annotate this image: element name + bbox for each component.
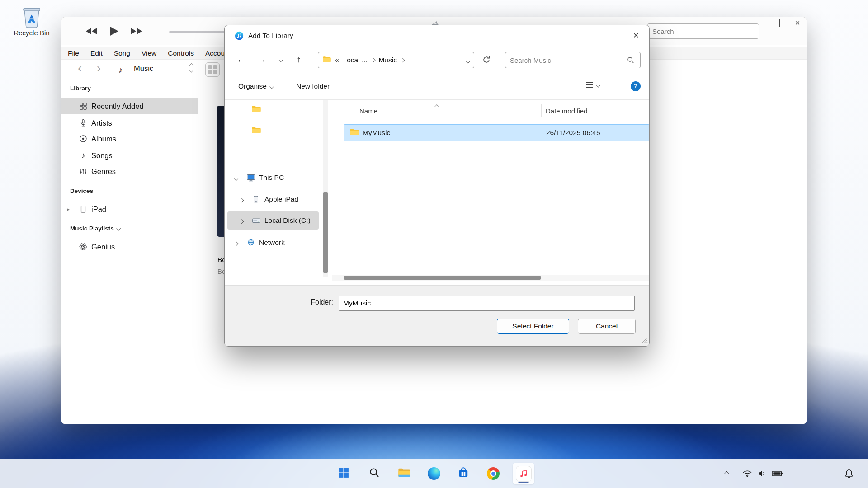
library-header: Library — [70, 85, 91, 92]
file-date-modified: 26/11/2025 06:45 — [546, 129, 600, 137]
dialog-search-input[interactable] — [505, 52, 641, 68]
tree-item-network[interactable]: Network — [227, 234, 319, 252]
refresh-icon[interactable] — [482, 56, 491, 66]
address-folder-icon — [323, 56, 331, 65]
column-divider[interactable] — [541, 104, 542, 117]
sidebar-item-recently-added[interactable]: Recently Added — [61, 98, 198, 114]
media-kind-stepper-icon[interactable] — [190, 64, 193, 71]
tree-folder-item[interactable] — [227, 122, 319, 140]
sidebar-item-songs[interactable]: ♪ Songs — [61, 147, 198, 164]
sidebar-item-genius[interactable]: Genius — [61, 239, 198, 255]
back-arrow-icon[interactable]: ← — [234, 52, 248, 67]
address-dropdown-icon[interactable] — [467, 56, 470, 64]
file-row-mymusic[interactable]: MyMusic 26/11/2025 06:45 — [344, 124, 649, 141]
dialog-close-icon[interactable]: × — [627, 29, 645, 42]
view-grid-icon[interactable] — [205, 62, 220, 77]
collapsed-crumbs[interactable]: « — [335, 56, 339, 64]
disclosure-triangle-icon[interactable]: ▸ — [67, 206, 70, 212]
sidebar-item-genres[interactable]: Genres — [61, 163, 198, 179]
menu-view[interactable]: View — [142, 49, 156, 57]
select-folder-button[interactable]: Select Folder — [497, 319, 569, 334]
recently-added-icon — [79, 102, 88, 111]
music-playlists-header[interactable]: Music Playlists — [70, 225, 120, 232]
itunes-search-input[interactable] — [646, 23, 760, 39]
this-pc-icon — [246, 174, 255, 182]
nav-back-icon[interactable]: ‹ — [78, 61, 82, 75]
tree-item-this-pc[interactable]: This PC — [227, 169, 319, 187]
new-folder-button[interactable]: New folder — [296, 82, 330, 90]
address-bar[interactable]: « Local ... Music — [318, 52, 474, 68]
sidebar-item-albums[interactable]: Albums — [61, 131, 198, 147]
file-explorer-button[interactable] — [393, 463, 415, 484]
chevron-right-icon[interactable] — [240, 216, 243, 225]
menu-file[interactable]: File — [68, 49, 79, 57]
organise-button[interactable]: Organise — [238, 82, 273, 90]
recent-locations-icon[interactable] — [274, 52, 288, 67]
list-horizontal-scrollbar[interactable] — [332, 275, 649, 281]
column-header-name[interactable]: Name — [359, 105, 377, 117]
list-horizontal-scrollbar-thumb[interactable] — [344, 276, 541, 280]
crumb-current[interactable]: Music — [378, 56, 396, 64]
tray-chevron-up-icon[interactable] — [721, 467, 732, 480]
folder-name-input[interactable] — [339, 296, 635, 311]
recycle-bin-icon — [13, 5, 51, 28]
folder-icon — [350, 128, 359, 137]
itunes-sidebar: Library Recently Added Artists — [61, 80, 198, 424]
forward-arrow-icon[interactable]: → — [255, 52, 269, 67]
sidebar-item-artists[interactable]: Artists — [61, 115, 198, 131]
up-arrow-icon[interactable]: ↑ — [292, 52, 306, 67]
dialog-search-magnifier-icon[interactable] — [627, 56, 634, 66]
crumb-parent[interactable]: Local ... — [343, 56, 368, 64]
chevron-right-icon[interactable] — [235, 239, 238, 247]
folder-icon — [252, 105, 261, 113]
chrome-icon — [487, 467, 500, 480]
chevron-right-icon[interactable] — [240, 195, 243, 203]
menu-song[interactable]: Song — [114, 49, 130, 57]
column-header-date-modified[interactable]: Date modified — [546, 105, 588, 117]
tree-item-apple-ipad[interactable]: Apple iPad — [227, 190, 319, 208]
tree-item-local-disk-c[interactable]: Local Disk (C:) — [227, 211, 319, 230]
search-icon — [369, 467, 380, 480]
ipad-icon — [79, 205, 88, 214]
sort-ascending-icon[interactable] — [435, 102, 439, 110]
crumb-chevron-icon — [371, 58, 375, 62]
recycle-bin-label: Recycle Bin — [13, 29, 51, 37]
chevron-down-icon[interactable] — [235, 174, 238, 182]
battery-icon[interactable] — [770, 467, 785, 480]
play-button[interactable] — [108, 25, 119, 37]
dialog-footer: Folder: Select Folder Cancel — [225, 285, 649, 347]
rewind-button[interactable] — [85, 27, 98, 35]
cancel-button[interactable]: Cancel — [578, 319, 636, 334]
microsoft-store-icon — [458, 467, 469, 480]
taskbar-search-button[interactable] — [363, 463, 385, 484]
view-options-button[interactable] — [586, 82, 600, 88]
recycle-bin[interactable]: Recycle Bin — [13, 5, 51, 37]
microphone-icon — [79, 118, 88, 127]
microsoft-store-button[interactable] — [453, 463, 474, 484]
menu-controls[interactable]: Controls — [168, 49, 194, 57]
playlists-collapse-icon[interactable] — [116, 226, 120, 230]
nav-forward-icon[interactable]: › — [97, 61, 101, 75]
folder-label: Folder: — [279, 298, 333, 306]
notification-bell-icon[interactable] — [842, 467, 856, 480]
maximize-button[interactable] — [776, 19, 783, 27]
media-kind-dropdown[interactable]: Music — [134, 64, 153, 73]
dialog-app-icon — [235, 31, 244, 42]
sidebar-item-ipad[interactable]: ▸ iPad — [61, 201, 198, 217]
resize-grip[interactable] — [642, 337, 648, 345]
fast-forward-button[interactable] — [130, 27, 143, 35]
chrome-button[interactable] — [482, 463, 504, 484]
wifi-icon[interactable] — [741, 467, 754, 480]
help-icon[interactable]: ? — [631, 81, 641, 91]
edge-button[interactable] — [423, 463, 445, 484]
folder-icon — [252, 127, 261, 135]
menu-edit[interactable]: Edit — [90, 49, 103, 57]
speaker-icon[interactable] — [756, 467, 769, 480]
music-note-icon: ♪ — [118, 65, 123, 75]
apple-music-button[interactable] — [513, 463, 534, 484]
tree-scrollbar-thumb[interactable] — [323, 192, 328, 273]
tree-scrollbar[interactable] — [323, 100, 328, 277]
start-button[interactable] — [333, 463, 354, 484]
close-button[interactable]: × — [794, 19, 801, 27]
tree-folder-item[interactable] — [227, 100, 319, 118]
